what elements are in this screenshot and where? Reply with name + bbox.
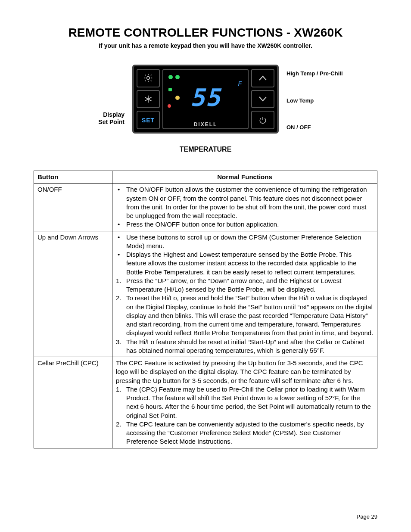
table-row: ON/OFF The ON/OFF button allows the cust… [34, 184, 377, 231]
display-unit: F [238, 80, 242, 87]
list-item: The Hi/Lo feature should be reset at ini… [116, 338, 374, 355]
down-button-callout: Low Temp [286, 97, 343, 104]
brand-label: DIXELL [163, 121, 248, 128]
right-callouts: High Temp / Pre-Chill Low Temp ON / OFF [286, 68, 343, 131]
controller-display: 55 F DIXELL [162, 69, 249, 129]
list-item: To reset the Hi/Lo, press and hold the “… [116, 294, 374, 337]
down-arrow-button[interactable] [251, 90, 274, 109]
svg-line-8 [145, 81, 146, 81]
svg-point-0 [147, 77, 150, 80]
power-button-callout: ON / OFF [286, 124, 343, 131]
list-item: Displays the Highest and Lowest temperat… [116, 250, 374, 277]
functions-table: Button Normal Functions ON/OFF The ON/OF… [34, 171, 377, 448]
up-arrow-button[interactable] [251, 69, 274, 87]
list-item: Press the ON/OFF button once for button … [116, 220, 374, 229]
svg-line-6 [151, 81, 152, 81]
function-cell: Use these buttons to scroll up or down t… [112, 231, 377, 357]
list-item: Use these buttons to scroll up or down t… [116, 233, 374, 251]
set-button[interactable]: SET [137, 111, 160, 129]
list-item: The (CPC) Feature may be used to Pre-Chi… [116, 385, 374, 420]
indicator-icon [175, 75, 180, 79]
table-row: Cellar PreChill (CPC) The CPC Feature is… [34, 357, 377, 448]
indicator-icon [168, 75, 173, 79]
button-name-cell: ON/OFF [34, 184, 112, 231]
list-item: The ON/OFF button allows the customer th… [116, 185, 374, 220]
up-button-callout: High Temp / Pre-Chill [286, 70, 343, 77]
table-header-functions: Normal Functions [112, 171, 377, 184]
table-header-button: Button [34, 171, 112, 184]
page-title: REMOTE CONTROLLER FUNCTIONS - XW260K [34, 26, 377, 40]
section-heading: TEMPERATURE [34, 146, 377, 153]
controller-diagram: Display Set Point SET [34, 65, 377, 134]
function-cell: The ON/OFF button allows the customer th… [112, 184, 377, 231]
snowflake-button[interactable] [137, 90, 160, 109]
svg-line-7 [151, 75, 152, 76]
button-name-cell: Cellar PreChill (CPC) [34, 357, 112, 448]
page-number: Page 29 [357, 513, 377, 520]
svg-line-5 [145, 75, 146, 76]
table-row: Up and Down Arrows Use these buttons to … [34, 231, 377, 357]
indicator-icon [168, 104, 171, 108]
page-subtitle: If your unit has a remote keypad then yo… [34, 42, 377, 49]
set-button-callout: Display Set Point [98, 111, 125, 126]
power-button[interactable] [251, 111, 274, 129]
controller-device: SET 55 F DIXELL [132, 65, 279, 134]
intro-paragraph: The CPC Feature is activated by pressing… [116, 359, 374, 385]
callout-line: Set Point [98, 118, 125, 125]
list-item: Press the “UP” arrow, or the “Down” arro… [116, 277, 374, 294]
sun-button[interactable] [137, 69, 160, 87]
display-temperature: 55 [190, 84, 221, 112]
list-item: The CPC feature can be conveniently adju… [116, 420, 374, 446]
function-cell: The CPC Feature is activated by pressing… [112, 357, 377, 448]
indicator-icon [168, 88, 172, 91]
callout-line: Display [103, 111, 125, 118]
button-name-cell: Up and Down Arrows [34, 231, 112, 357]
indicator-icon [175, 96, 180, 100]
